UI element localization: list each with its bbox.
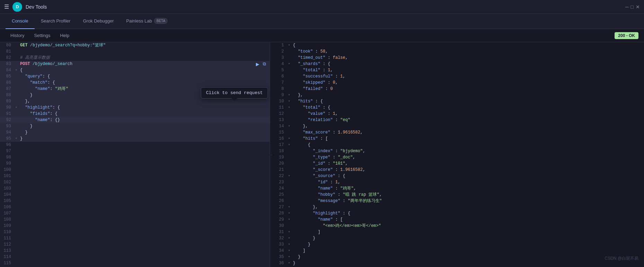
- table-row: 13 "relation" : "eq": [273, 117, 644, 123]
- table-row: 31 ▾ ]: [273, 229, 644, 235]
- table-row: 2 "took" : 58,: [273, 48, 644, 55]
- table-row: 111: [0, 235, 270, 241]
- table-row: 99: [0, 160, 270, 167]
- tab-painless-lab[interactable]: Painless Lab BETA: [120, 14, 174, 29]
- response-panel: 1 ▾ { 2 "took" : 58, 3 "timed_out" : fal…: [273, 42, 644, 267]
- top-bar: ☰ D Dev Tools ─ □ ✕: [0, 0, 644, 14]
- table-row: 106: [0, 204, 270, 210]
- table-row: 32 ▾ }: [273, 235, 644, 241]
- app-logo: D: [12, 2, 22, 12]
- table-row: 18 "_index" : "bjydemo",: [273, 148, 644, 154]
- table-row: 28 ▾ "highlight" : {: [273, 210, 644, 217]
- table-row: 93 }: [0, 123, 270, 129]
- table-row: 114: [0, 254, 270, 260]
- main-content: 80 GET /bjydemo/_search?q=hobby:"篮球" 81 …: [0, 42, 644, 267]
- table-row: 81: [0, 48, 270, 55]
- table-row: 24 "name" : "鸡哥",: [273, 185, 644, 192]
- table-row: 84 ▾ {: [0, 67, 270, 73]
- minimize-button[interactable]: ─: [625, 4, 629, 10]
- table-row: 85 "query": {: [0, 73, 270, 80]
- beta-badge: BETA: [154, 18, 168, 24]
- hamburger-icon[interactable]: ☰: [4, 3, 9, 10]
- table-row: 115: [0, 260, 270, 266]
- table-row: 7 "skipped" : 0,: [273, 80, 644, 86]
- status-badge: 200 - OK: [615, 32, 638, 39]
- close-button[interactable]: ✕: [636, 4, 640, 10]
- tooltip-box: Click to send request: [201, 87, 268, 99]
- table-row: 5 "total" : 1,: [273, 67, 644, 73]
- editor-content[interactable]: 80 GET /bjydemo/_search?q=hobby:"篮球" 81 …: [0, 42, 270, 267]
- table-row: 35 ▾ }: [273, 254, 644, 260]
- table-row: 96: [0, 142, 270, 148]
- table-row: 113: [0, 248, 270, 254]
- table-row: 12 "value" : 1,: [273, 111, 644, 117]
- table-row: 17 ▾ {: [273, 142, 644, 148]
- table-row: 29 ▾ "name" : [: [273, 217, 644, 223]
- table-row: 98: [0, 154, 270, 160]
- table-row: 108: [0, 217, 270, 223]
- table-row: 19 "_type" : "_doc",: [273, 154, 644, 160]
- table-row: 102: [0, 179, 270, 185]
- table-row: 6 "successful" : 1,: [273, 73, 644, 80]
- table-row: 20 "_id" : "101",: [273, 160, 644, 167]
- table-row: 97: [0, 148, 270, 154]
- tab-console[interactable]: Console: [6, 14, 35, 29]
- table-row: 110: [0, 229, 270, 235]
- table-row: 16 ▾ "hits" : [: [273, 136, 644, 142]
- table-row: 91 "fields": {: [0, 111, 270, 117]
- table-row: 82 # 高亮显示数据: [0, 55, 270, 61]
- table-row: 10 ▾ "hits" : {: [273, 98, 644, 104]
- table-row: 104: [0, 192, 270, 198]
- table-row: 101: [0, 173, 270, 179]
- panel-splitter[interactable]: ⋮: [270, 42, 273, 267]
- table-row: 80 GET /bjydemo/_search?q=hobby:"篮球": [0, 42, 270, 48]
- table-row: 100: [0, 167, 270, 173]
- run-button[interactable]: ▶: [255, 61, 260, 67]
- top-right-controls: ─ □ ✕: [625, 4, 640, 10]
- editor-panel: 80 GET /bjydemo/_search?q=hobby:"篮球" 81 …: [0, 42, 270, 267]
- submenu-history[interactable]: History: [6, 29, 29, 42]
- watermark: CSDN @白屁不易: [605, 256, 638, 261]
- tooltip-text: Click to send request: [206, 90, 263, 95]
- table-row: 27 ▾ },: [273, 204, 644, 210]
- table-row: 11 ▾ "total" : {: [273, 104, 644, 111]
- table-row: 89 },: [0, 98, 270, 104]
- table-row: 105: [0, 198, 270, 204]
- table-row: 25 "hobby" : "唱 跳 rap 篮球",: [273, 192, 644, 198]
- submenu-settings[interactable]: Settings: [29, 29, 55, 42]
- tab-search-profiler[interactable]: Search Profiler: [35, 14, 77, 29]
- table-row: 90 ▾ "highlight": {: [0, 104, 270, 111]
- table-row: 14 ▾ },: [273, 123, 644, 129]
- submenu-help[interactable]: Help: [55, 29, 74, 42]
- table-row: 26 "message" : "两年半的练习生": [273, 198, 644, 204]
- line-actions: ▶ ⧉: [255, 61, 270, 67]
- table-row: 109: [0, 223, 270, 229]
- table-row: 83 POST /bjydemo/_search ▶ ⧉: [0, 61, 270, 67]
- table-row: 94 }: [0, 129, 270, 136]
- table-row: 33 ▾ }: [273, 241, 644, 248]
- app-title: Dev Tools: [26, 4, 622, 10]
- table-row: 92 "name": {}: [0, 117, 270, 123]
- table-row: 21 "_score" : 1.9616582,: [273, 167, 644, 173]
- table-row: 112: [0, 241, 270, 248]
- table-row: 22 ▾ "_source" : {: [273, 173, 644, 179]
- sub-menu: History Settings Help 200 - OK: [0, 29, 644, 42]
- tab-grok-debugger[interactable]: Grok Debugger: [77, 14, 120, 29]
- table-row: 4 ▾ "_shards" : {: [273, 61, 644, 67]
- table-row: 34 ▾ ]: [273, 248, 644, 254]
- table-row: 36 ▾ }: [273, 260, 644, 266]
- nav-tabs: Console Search Profiler Grok Debugger Pa…: [0, 14, 644, 29]
- copy-button[interactable]: ⧉: [262, 61, 267, 67]
- table-row: 95 ▾ }: [0, 136, 270, 142]
- table-row: 23 "id" : 1,: [273, 179, 644, 185]
- table-row: 9 ▾ },: [273, 92, 644, 98]
- table-row: 15 "max_score" : 1.9616582,: [273, 129, 644, 136]
- table-row: 30 "<em>鸡</em><em>哥</em>": [273, 223, 644, 229]
- table-row: 8 "failed" : 0: [273, 86, 644, 92]
- table-row: 86 "match": {: [0, 80, 270, 86]
- tooltip-container: Click to send request: [201, 87, 268, 99]
- table-row: 3 "timed_out" : false,: [273, 55, 644, 61]
- table-row: 1 ▾ {: [273, 42, 644, 48]
- maximize-button[interactable]: □: [631, 4, 634, 10]
- table-row: 107: [0, 210, 270, 217]
